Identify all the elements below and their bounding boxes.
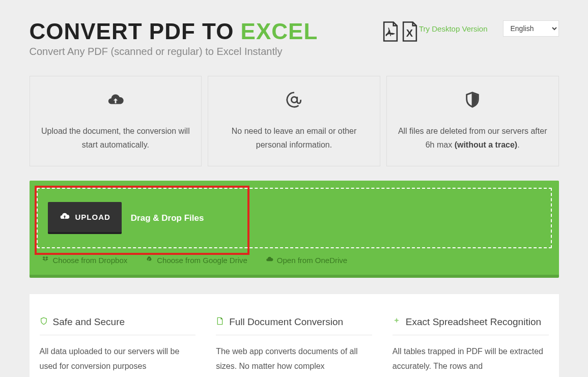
feature-safe: Safe and Secure All data uploaded to our… [40, 316, 196, 374]
feature-title: Exact Spreadsheet Recognition [406, 316, 541, 328]
filetype-icons: A X [381, 21, 419, 44]
onedrive-icon [266, 255, 273, 265]
feature-body: All data uploaded to our servers will be… [40, 344, 196, 374]
document-icon [216, 316, 224, 328]
upload-button-label: UPLOAD [75, 213, 110, 221]
header-row: CONVERT PDF TO EXCEL Convert Any PDF (sc… [30, 20, 559, 57]
cloud-upload-icon [40, 89, 191, 111]
upload-button[interactable]: UPLOAD [48, 202, 122, 234]
google-drive-icon [146, 255, 153, 265]
upload-panel: UPLOAD Drag & Drop Files Choose from Dro… [30, 181, 559, 278]
cloud-link-label: Choose from Google Drive [157, 256, 247, 265]
try-desktop-link[interactable]: Try Desktop Version [419, 24, 488, 33]
dropbox-link[interactable]: Choose from Dropbox [42, 255, 128, 265]
cloud-source-links: Choose from Dropbox Choose from Google D… [37, 248, 552, 268]
svg-text:X: X [406, 27, 413, 39]
at-icon [218, 89, 370, 111]
language-select[interactable]: English [503, 20, 559, 37]
feature-body: The web app converts documents of all si… [216, 344, 372, 374]
shield-icon [40, 316, 48, 328]
page-title: CONVERT PDF TO EXCEL [30, 20, 367, 43]
info-card-secure: All files are deleted from our servers a… [386, 76, 559, 166]
info-card-email: No need to leave an email or other perso… [208, 76, 380, 166]
cloud-link-label: Choose from Dropbox [53, 256, 128, 265]
feature-full-conversion: Full Document Conversion The web app con… [216, 316, 372, 374]
info-card-upload: Upload the document, the conversion will… [30, 76, 202, 166]
info-card-text: Upload the document, the conversion will… [40, 124, 191, 152]
sparkle-icon [393, 316, 401, 328]
page-subtitle: Convert Any PDF (scanned or regular) to … [30, 46, 367, 57]
feature-body: All tables trapped in PDF will be extrac… [393, 344, 549, 374]
pdf-icon: A [381, 21, 400, 44]
info-card-text: All files are deleted from our servers a… [397, 124, 548, 152]
shield-icon [397, 89, 548, 111]
info-cards: Upload the document, the conversion will… [30, 76, 559, 166]
features-section: Safe and Secure All data uploaded to our… [30, 294, 559, 377]
feature-title: Safe and Secure [53, 316, 125, 328]
cloud-upload-icon [59, 211, 70, 223]
google-drive-link[interactable]: Choose from Google Drive [146, 255, 247, 265]
drop-area[interactable]: UPLOAD Drag & Drop Files [37, 188, 552, 248]
feature-recognition: Exact Spreadsheet Recognition All tables… [393, 316, 549, 374]
onedrive-link[interactable]: Open from OneDrive [266, 255, 347, 265]
excel-icon: X [401, 21, 419, 44]
cloud-link-label: Open from OneDrive [277, 256, 347, 265]
dropbox-icon [42, 255, 49, 265]
drag-drop-text: Drag & Drop Files [131, 213, 204, 223]
feature-title: Full Document Conversion [229, 316, 343, 328]
info-card-text: No need to leave an email or other perso… [218, 124, 370, 152]
